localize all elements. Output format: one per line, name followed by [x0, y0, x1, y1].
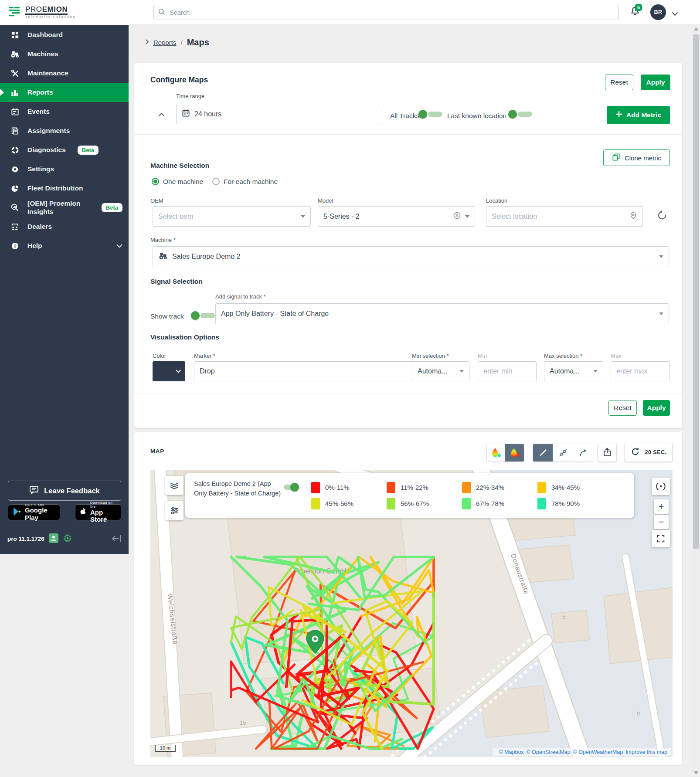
straight-line-button[interactable]: [533, 444, 553, 461]
app-store-badge[interactable]: Download on theApp Store: [75, 504, 121, 520]
account-chevron-down-icon[interactable]: [672, 10, 678, 18]
sidebar-item-diagnostics[interactable]: DiagnosticsBeta: [0, 140, 129, 159]
sidebar-item-maintenance[interactable]: Maintenance: [0, 64, 129, 83]
legend-item: 56%-67%: [387, 498, 462, 509]
copy-icon: [612, 153, 620, 163]
search-box[interactable]: [153, 5, 619, 20]
zoom-in-button[interactable]: +: [654, 499, 669, 514]
signal-select[interactable]: App Only Battery - State of Charge: [215, 303, 669, 324]
apply-button-top[interactable]: Apply: [641, 75, 670, 90]
attribution-link[interactable]: © Mapbox: [499, 749, 523, 755]
chip-icon[interactable]: [63, 533, 72, 544]
search-icon: [158, 8, 165, 17]
reset-filters-icon[interactable]: [656, 210, 668, 223]
page-scrollbar[interactable]: [692, 25, 700, 777]
scrollbar-thumb[interactable]: [693, 34, 699, 549]
line-with-points-button[interactable]: [553, 444, 573, 461]
sidebar-item-label: Dealers: [27, 223, 52, 231]
user-icon[interactable]: [49, 533, 58, 544]
avatar-initials: BR: [654, 9, 662, 15]
geolocate-button[interactable]: [652, 478, 670, 495]
sidebar-item-label: Assignments: [27, 127, 70, 135]
min-selection-label: Min selection *: [412, 353, 449, 359]
sidebar-item-events[interactable]: Events: [0, 102, 129, 121]
radio-for-each-machine[interactable]: [212, 178, 220, 185]
map-title: MAP: [150, 448, 164, 455]
house-number: 5: [562, 614, 565, 620]
attribution-link[interactable]: © OpenWeatherMap: [573, 749, 623, 755]
sidebar-item-help[interactable]: Help: [0, 236, 129, 255]
clone-metric-button[interactable]: Clone metric: [603, 149, 670, 166]
search-input[interactable]: [169, 9, 614, 17]
color-label: Color: [153, 353, 166, 359]
min-label: Min: [478, 353, 487, 359]
breadcrumb-reports-link[interactable]: Reports: [153, 39, 177, 46]
model-label: Model: [318, 197, 333, 204]
tractor-icon: [158, 252, 168, 261]
scroll-down-icon[interactable]: [694, 771, 698, 774]
brand-logo[interactable]: PROEMION Telematics Solutions: [0, 0, 129, 25]
collapse-sidebar-icon[interactable]: [111, 534, 122, 545]
map-layers-button[interactable]: [165, 476, 183, 495]
color-select[interactable]: [153, 361, 185, 381]
legend-item: 11%-22%: [387, 482, 462, 493]
avatar[interactable]: BR: [650, 4, 666, 20]
sidebar-item-fleet-distribution[interactable]: Fleet Distribution: [0, 179, 129, 198]
track-style-group: [533, 444, 593, 462]
refresh-interval-button[interactable]: 20 SEC.: [625, 443, 673, 462]
map-canvas[interactable]: Donaustraße Weichselstraße Proemion GmbH…: [150, 470, 673, 757]
legend-visibility-toggle[interactable]: [283, 483, 299, 492]
sidebar-item-assignments[interactable]: Assignments: [0, 121, 129, 140]
sidebar-item-dashboard[interactable]: Dashboard: [0, 25, 129, 44]
export-map-button[interactable]: [598, 443, 617, 462]
legend-range: 56%-67%: [401, 500, 429, 507]
sidebar-item-reports[interactable]: Reports: [0, 83, 129, 102]
reset-button-bottom[interactable]: Reset: [608, 400, 637, 416]
map-legend: Sales Europe Demo 2 (App Only Battery - …: [185, 473, 634, 518]
collapse-section-icon[interactable]: [158, 111, 165, 119]
apply-button-bottom[interactable]: Apply: [643, 400, 670, 416]
attribution-link[interactable]: © OpenStreetMap: [527, 749, 571, 755]
sidebar-item-machines[interactable]: Machines: [0, 44, 129, 64]
model-select[interactable]: 5-Series - 2: [318, 206, 475, 227]
feedback-label: Leave Feedback: [44, 487, 100, 495]
zoom-out-button[interactable]: −: [654, 515, 669, 529]
min-selection-select[interactable]: Automa...: [412, 361, 469, 381]
google-play-icon: [13, 507, 21, 518]
machine-select[interactable]: Sales Europe Demo 2: [153, 246, 669, 267]
min-input[interactable]: [478, 361, 537, 381]
notifications-button[interactable]: 5: [630, 6, 643, 20]
sidebar-item-dealers[interactable]: Dealers: [0, 217, 129, 236]
scroll-up-icon[interactable]: [694, 27, 698, 31]
divider: [134, 394, 682, 394]
max-input[interactable]: [611, 361, 670, 381]
oem-placeholder: Select oem: [158, 213, 193, 221]
marker-value: Drop: [200, 367, 215, 375]
improve-this-map-link[interactable]: Improve this map: [625, 749, 667, 755]
legend-range: 0%-11%: [325, 484, 350, 491]
add-metric-button[interactable]: Add Metric: [607, 106, 670, 124]
google-play-badge[interactable]: GET IT ONGoogle Play: [8, 504, 60, 520]
sidebar-item-label: Maintenance: [27, 69, 68, 77]
google-label: Google Play: [25, 507, 55, 521]
color-drops-inverted-button[interactable]: [505, 444, 524, 461]
clear-model-icon[interactable]: [453, 212, 461, 221]
radio-for-each-machine-label: For each machine: [224, 178, 278, 186]
leave-feedback-button[interactable]: Leave Feedback: [8, 481, 121, 501]
marker-select[interactable]: Drop: [194, 361, 449, 381]
fullscreen-button[interactable]: [652, 530, 670, 547]
radio-one-machine[interactable]: [152, 178, 159, 185]
sidebar-item-oem-proemion-insights[interactable]: [OEM] Proemion InsightsBeta: [0, 198, 129, 217]
visualisation-options-heading: Visualisation Options: [150, 333, 219, 341]
location-select[interactable]: Select location: [486, 206, 643, 227]
configure-title: Configure Maps: [150, 75, 208, 85]
legend-item: 22%-34%: [462, 482, 537, 493]
max-selection-select[interactable]: Automa...: [544, 361, 603, 381]
sidebar-item-settings[interactable]: Settings: [0, 159, 129, 179]
time-range-input[interactable]: 24 hours: [176, 104, 379, 124]
reset-button-top[interactable]: Reset: [605, 75, 633, 90]
map-settings-sliders-button[interactable]: [165, 501, 183, 520]
color-drops-normal-button[interactable]: [487, 444, 505, 461]
oem-select[interactable]: Select oem: [153, 206, 311, 227]
curved-arrow-button[interactable]: [573, 444, 593, 461]
